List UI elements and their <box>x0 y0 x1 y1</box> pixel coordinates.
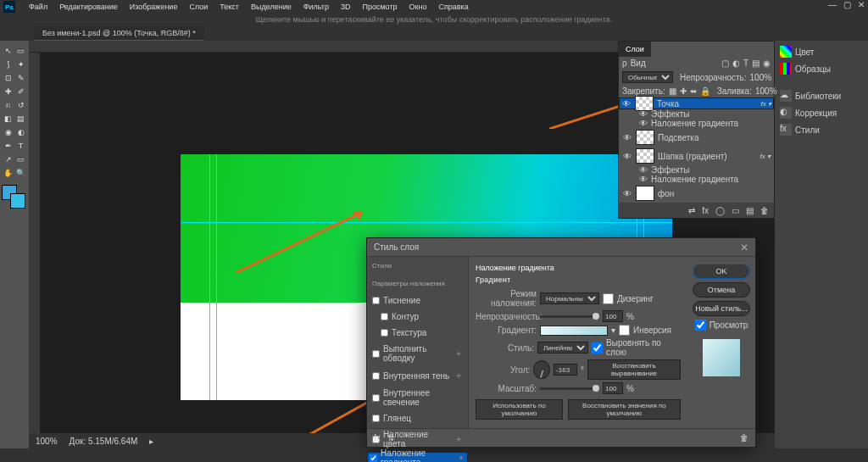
cat-gradient-overlay[interactable]: Наложение градиента＋ <box>367 452 468 462</box>
pen-tool-icon[interactable]: ✒ <box>3 140 14 153</box>
wand-tool-icon[interactable]: ✦ <box>15 58 27 71</box>
type-tool-icon[interactable]: T <box>15 140 27 153</box>
layer-thumb[interactable] <box>636 148 654 164</box>
menu-edit[interactable]: Редактирование <box>54 1 123 13</box>
layer-effect[interactable]: 👁Наложение градиента <box>619 119 774 128</box>
dock-swatches[interactable]: Образцы <box>778 61 865 76</box>
blend-mode-select[interactable]: Обычные <box>622 71 673 83</box>
menu-help[interactable]: Справка <box>433 1 473 13</box>
make-default-button[interactable]: Использовать по умолчанию <box>476 399 563 420</box>
fx-badge[interactable]: fx ▾ <box>761 100 771 108</box>
cat-texture[interactable]: Текстура <box>367 325 468 341</box>
filter-icon[interactable]: T <box>743 58 748 68</box>
marquee-tool-icon[interactable]: ▭ <box>15 45 27 58</box>
cat-inner-shadow[interactable]: Внутренняя тень＋ <box>367 366 468 385</box>
guide[interactable] <box>181 222 672 223</box>
opacity-input[interactable] <box>603 310 623 322</box>
ruler-vertical[interactable] <box>29 53 41 448</box>
layer-row[interactable]: 👁 Шапка (градиент) fx ▾ <box>619 147 774 165</box>
menu-image[interactable]: Изображение <box>125 1 183 13</box>
blur-tool-icon[interactable]: ◉ <box>3 126 14 139</box>
lock-icon[interactable]: ⬌ <box>690 86 697 96</box>
history-brush-icon[interactable]: ↺ <box>15 99 27 112</box>
up-down-icon[interactable]: ⇅ <box>387 433 394 443</box>
cat-satin[interactable]: Глянец <box>367 410 468 426</box>
fx-icon[interactable]: fx <box>374 433 381 443</box>
folder-icon[interactable]: ▭ <box>732 206 739 215</box>
lock-icon[interactable]: ▦ <box>669 86 676 96</box>
style-select[interactable]: Линейная <box>537 342 588 353</box>
menu-3d[interactable]: 3D <box>336 1 356 13</box>
filter-icon[interactable]: ◐ <box>732 58 740 68</box>
cat-contour[interactable]: Контур <box>367 309 468 325</box>
dodge-tool-icon[interactable]: ◐ <box>15 126 27 139</box>
hand-tool-icon[interactable]: ✋ <box>3 167 14 180</box>
plus-icon[interactable]: ＋ <box>454 348 463 359</box>
close-icon[interactable]: ✕ <box>858 0 865 9</box>
menu-text[interactable]: Текст <box>214 1 244 13</box>
cancel-button[interactable]: Отмена <box>693 282 750 298</box>
reverse-checkbox[interactable] <box>619 325 630 336</box>
visibility-icon[interactable]: 👁 <box>622 189 632 198</box>
trash-icon[interactable]: 🗑 <box>760 206 769 215</box>
styles-header[interactable]: Стили <box>367 257 468 275</box>
dock-color[interactable]: Цвет <box>778 44 865 59</box>
align-checkbox[interactable] <box>592 342 603 353</box>
fill-value[interactable]: 100% <box>755 86 777 96</box>
crop-tool-icon[interactable]: ⊡ <box>3 72 14 85</box>
lock-icon[interactable]: 🔒 <box>700 86 710 96</box>
layer-name[interactable]: Подсветка <box>658 133 699 142</box>
plus-icon[interactable]: ＋ <box>454 433 463 445</box>
layer-effect[interactable]: 👁Эффекты <box>619 109 774 119</box>
chevron-icon[interactable]: ▸ <box>149 437 153 446</box>
trash-icon[interactable]: 🗑 <box>740 433 748 443</box>
filter-icon[interactable]: ▤ <box>752 58 760 68</box>
shape-tool-icon[interactable]: ▭ <box>15 153 27 166</box>
angle-input[interactable] <box>554 364 577 376</box>
move-tool-icon[interactable]: ↖ <box>3 45 14 58</box>
opacity-slider[interactable] <box>540 315 599 318</box>
color-swatches[interactable] <box>2 185 27 210</box>
dock-styles[interactable]: fxСтили <box>778 122 865 137</box>
close-icon[interactable]: ✕ <box>740 242 748 253</box>
background-swatch[interactable] <box>10 193 25 209</box>
menu-view[interactable]: Просмотр <box>357 1 402 13</box>
layer-row[interactable]: 👁 Подсветка <box>619 128 774 147</box>
cat-bevel[interactable]: Тиснение <box>367 292 468 309</box>
menu-window[interactable]: Окно <box>404 1 432 13</box>
blend-options-header[interactable]: Параметры наложения <box>367 275 468 292</box>
new-style-button[interactable]: Новый стиль... <box>693 301 750 316</box>
blend-mode-select[interactable]: Нормальный <box>540 292 599 304</box>
preview-checkbox[interactable] <box>695 320 706 331</box>
mask-icon[interactable]: ◯ <box>715 206 725 215</box>
scale-slider[interactable] <box>540 387 599 390</box>
dialog-title-bar[interactable]: Стиль слоя ✕ <box>367 238 755 257</box>
dock-libraries[interactable]: ☁Библиотеки <box>778 88 865 103</box>
cat-inner-glow[interactable]: Внутреннее свечение <box>367 385 468 410</box>
filter-icon[interactable]: ◉ <box>763 58 771 68</box>
dither-checkbox[interactable] <box>603 293 614 304</box>
dock-adjustments[interactable]: ◐Коррекция <box>778 105 865 120</box>
visibility-icon[interactable]: 👁 <box>621 99 632 109</box>
scale-input[interactable] <box>603 382 623 394</box>
menu-layers[interactable]: Слои <box>184 1 213 13</box>
layer-row[interactable]: 👁 фон <box>619 184 774 203</box>
menu-file[interactable]: Файл <box>24 1 53 13</box>
guide[interactable] <box>209 154 210 400</box>
eyedropper-tool-icon[interactable]: ✎ <box>15 72 27 85</box>
reset-default-button[interactable]: Восстановить значения по умолчанию <box>568 399 681 420</box>
visibility-icon[interactable]: 👁 <box>622 152 632 161</box>
guide[interactable] <box>216 154 217 400</box>
visibility-icon[interactable]: 👁 <box>622 133 632 142</box>
plus-icon[interactable]: ＋ <box>457 452 465 462</box>
lasso-tool-icon[interactable]: ⟆ <box>3 58 14 71</box>
layer-name[interactable]: фон <box>658 189 674 198</box>
brush-tool-icon[interactable]: ✐ <box>15 86 27 98</box>
eraser-tool-icon[interactable]: ◧ <box>3 113 14 125</box>
angle-dial[interactable] <box>533 360 550 379</box>
stamp-tool-icon[interactable]: ⎌ <box>3 99 14 112</box>
cat-stroke[interactable]: Выполнить обводку＋ <box>367 341 468 366</box>
layer-thumb[interactable] <box>636 130 654 145</box>
opacity-value[interactable]: 100% <box>750 73 772 82</box>
gradient-tool-icon[interactable]: ▤ <box>15 113 27 125</box>
